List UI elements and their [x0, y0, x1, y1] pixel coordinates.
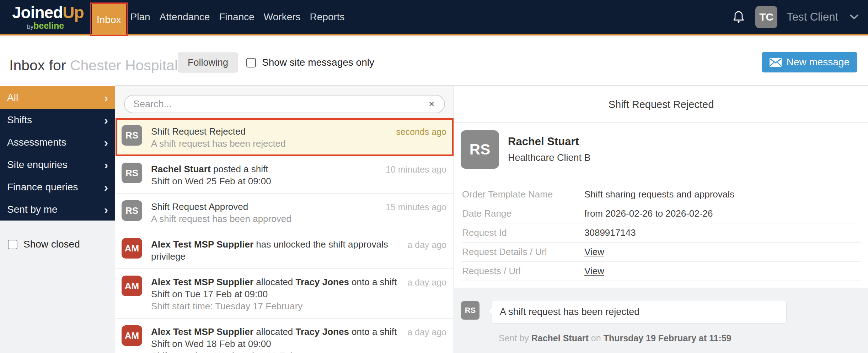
- sent-date: Thursday 19 February at 11:59: [604, 333, 732, 343]
- sidebar-item-all[interactable]: All›: [0, 86, 115, 109]
- show-site-messages-control: Show site messages only: [246, 57, 374, 68]
- sender-avatar: RS: [461, 130, 499, 169]
- message-line: A shift request has been approved: [151, 213, 379, 225]
- message-list-item[interactable]: RSRachel Stuart posted a shiftShift on W…: [116, 156, 454, 194]
- navbar-accent-underline: [0, 34, 868, 36]
- message-text-block: Shift Request ApprovedA shift request ha…: [151, 200, 379, 225]
- sidebar-item-label: Site enquiries: [7, 159, 68, 170]
- nav-item-inbox[interactable]: Inbox: [92, 4, 126, 36]
- site-name: Chester Hospital: [70, 57, 178, 74]
- site-selector[interactable]: Chester Hospital: [70, 57, 178, 74]
- sidebar-item-assessments[interactable]: Assessments›: [0, 131, 115, 153]
- message-avatar: AM: [122, 238, 142, 259]
- field-value-link[interactable]: View: [575, 262, 604, 281]
- chevron-right-icon: ›: [104, 203, 108, 216]
- message-line: Shift on Tue 17 Feb at 09:00: [151, 288, 400, 300]
- message-text-block: Alex Test MSP Supplier allocated Tracy J…: [151, 325, 400, 353]
- sender-info: Rachel Stuart Healthcare Client B: [508, 130, 591, 169]
- field-value-link[interactable]: View: [575, 243, 604, 261]
- user-menu-chevron-down-icon[interactable]: [850, 14, 859, 20]
- message-list-item[interactable]: RSShift Request RejectedA shift request …: [116, 118, 454, 156]
- message-body-text: A shift request has been rejected: [500, 306, 639, 317]
- field-label: Date Range: [462, 204, 575, 223]
- message-title: Alex Test MSP Supplier allocated Tracy J…: [151, 326, 400, 338]
- nav-item-workers[interactable]: Workers: [259, 0, 305, 34]
- field-value: Shift sharing requests and approvals: [575, 185, 734, 204]
- sidebar-item-label: Assessments: [7, 137, 66, 148]
- sent-on-word: on: [591, 333, 601, 343]
- field-label: Requests / Url: [462, 262, 575, 281]
- joinedup-logo[interactable]: JoinedUp bybeeline: [12, 4, 84, 30]
- field-value: from 2026-02-26 to 2026-02-26: [575, 204, 713, 223]
- following-button[interactable]: Following: [178, 53, 238, 72]
- detail-message-section: RS A shift request has been rejected Sen…: [454, 288, 868, 353]
- message-rows: RSShift Request RejectedA shift request …: [116, 118, 454, 353]
- new-message-label: New message: [787, 56, 850, 68]
- message-list-panel: × RSShift Request RejectedA shift reques…: [116, 86, 454, 353]
- nav-item-label: Workers: [264, 11, 301, 23]
- message-bubble: A shift request has been rejected: [492, 300, 787, 324]
- chevron-right-icon: ›: [104, 114, 108, 126]
- message-line: A shift request has been rejected: [151, 137, 389, 150]
- logo-beeline-text: beeline: [33, 21, 64, 31]
- sidebar-item-label: Sent by me: [7, 204, 58, 215]
- nav-item-label: Inbox: [97, 14, 121, 26]
- detail-field-row: Requests / UrlView: [462, 262, 861, 281]
- show-closed-label: Show closed: [23, 239, 80, 250]
- detail-field-row: Request Id3089917143: [462, 223, 861, 243]
- logo-up-text: Up: [63, 3, 84, 22]
- nav-item-label: Plan: [130, 11, 150, 23]
- nav-item-finance[interactable]: Finance: [214, 0, 259, 34]
- nav-item-label: Reports: [310, 11, 345, 23]
- bubble-tail: [488, 307, 496, 315]
- message-title: Shift Request Rejected: [151, 125, 389, 137]
- search-input[interactable]: [133, 99, 427, 110]
- message-timestamp: 15 minutes ago: [386, 200, 446, 225]
- sidebar-item-site-enquiries[interactable]: Site enquiries›: [0, 153, 115, 176]
- new-message-button[interactable]: New message: [762, 52, 857, 72]
- message-list-item[interactable]: AMAlex Test MSP Supplier has unlocked th…: [116, 231, 454, 269]
- message-text-block: Rachel Stuart posted a shiftShift on Wed…: [151, 163, 379, 187]
- sidebar-item-finance-queries[interactable]: Finance queries›: [0, 176, 115, 198]
- message-avatar: RS: [122, 163, 142, 183]
- chevron-right-icon: ›: [104, 159, 108, 171]
- message-text-block: Alex Test MSP Supplier allocated Tracy J…: [151, 276, 400, 312]
- search-area: ×: [116, 86, 454, 118]
- chevron-right-icon: ›: [104, 136, 108, 148]
- message-line: Shift on Wed 25 Feb at 09:00: [151, 175, 379, 187]
- notifications-bell-icon[interactable]: [732, 9, 746, 25]
- nav-item-plan[interactable]: Plan: [126, 0, 155, 34]
- message-bubble-row: RS A shift request has been rejected: [461, 301, 787, 324]
- field-label: Order Template Name: [462, 185, 575, 204]
- message-text-block: Alex Test MSP Supplier has unlocked the …: [151, 238, 400, 262]
- message-avatar: AM: [122, 276, 142, 296]
- show-closed-checkbox[interactable]: [8, 240, 17, 249]
- message-list-item[interactable]: AMAlex Test MSP Supplier allocated Tracy…: [116, 269, 454, 319]
- chevron-right-icon: ›: [104, 92, 108, 104]
- search-clear-icon[interactable]: ×: [427, 99, 436, 110]
- detail-field-row: Request Details / UrlView: [462, 243, 861, 262]
- message-detail-panel: Shift Request Rejected RS Rachel Stuart …: [454, 86, 868, 353]
- logo-by-text: by: [27, 23, 33, 30]
- show-site-messages-checkbox[interactable]: [246, 58, 256, 67]
- detail-field-row: Order Template NameShift sharing request…: [462, 185, 861, 204]
- detail-sender-block: RS Rachel Stuart Healthcare Client B: [454, 123, 868, 169]
- top-navbar: JoinedUp bybeeline InboxPlanAttendanceFi…: [0, 0, 868, 36]
- message-line: Shift on Wed 18 Feb at 09:00: [151, 338, 400, 350]
- message-avatar: AM: [122, 325, 142, 346]
- nav-item-attendance[interactable]: Attendance: [155, 0, 215, 34]
- message-title: Alex Test MSP Supplier has unlocked the …: [151, 238, 400, 262]
- message-title: Rachel Stuart posted a shift: [151, 163, 379, 175]
- primary-nav: InboxPlanAttendanceFinanceWorkersReports: [92, 0, 349, 34]
- sidebar-item-label: All: [7, 92, 18, 103]
- chevron-right-icon: ›: [104, 181, 108, 193]
- nav-item-label: Attendance: [160, 11, 210, 23]
- nav-item-reports[interactable]: Reports: [305, 0, 349, 34]
- sidebar-item-sent-by-me[interactable]: Sent by me›: [0, 198, 115, 221]
- sidebar-item-shifts[interactable]: Shifts›: [0, 109, 115, 131]
- message-list-item[interactable]: AMAlex Test MSP Supplier allocated Tracy…: [116, 319, 454, 353]
- field-label: Request Details / Url: [462, 243, 575, 261]
- user-avatar[interactable]: TC: [755, 6, 777, 28]
- detail-fields-table: Order Template NameShift sharing request…: [462, 185, 861, 281]
- message-list-item[interactable]: RSShift Request ApprovedA shift request …: [116, 194, 454, 231]
